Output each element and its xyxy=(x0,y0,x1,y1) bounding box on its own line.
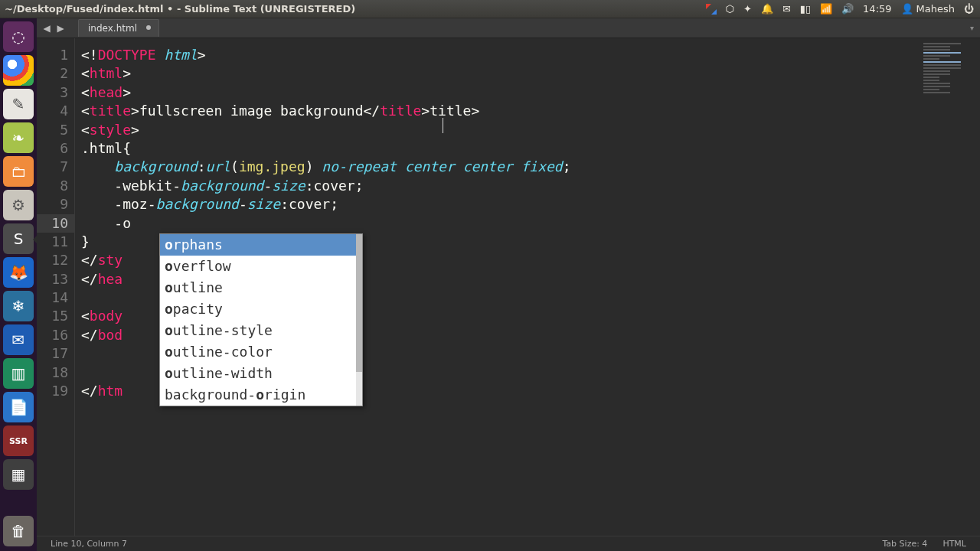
autocomplete-item[interactable]: overflow xyxy=(160,256,362,277)
tray-color-icon[interactable] xyxy=(706,4,717,15)
launcher-dash[interactable]: ◌ xyxy=(3,21,34,52)
launcher-writer[interactable]: 📄 xyxy=(3,392,34,422)
line-gutter: 12345678910111213141516171819 xyxy=(37,38,75,536)
tab-dirty-indicator xyxy=(146,25,151,30)
autocomplete-item[interactable]: orphans xyxy=(160,234,362,256)
status-syntax[interactable]: HTML xyxy=(935,539,974,549)
autocomplete-item[interactable]: outline xyxy=(160,277,362,298)
autocomplete-popup[interactable]: orphansoverflowoutlineopacityoutline-sty… xyxy=(159,233,363,406)
launcher-workspaces[interactable]: ▦ xyxy=(3,459,34,490)
editor-toolbar: ◀ ▶ index.html ▾ xyxy=(37,18,980,38)
launcher-thunderbird[interactable]: ✉ xyxy=(3,324,34,355)
launcher-libreoffice[interactable]: ▥ xyxy=(3,358,34,389)
autocomplete-item[interactable]: outline-color xyxy=(160,341,362,363)
tab-label: index.html xyxy=(88,23,137,34)
tray-battery-icon[interactable]: ▮▯ xyxy=(800,3,811,15)
launcher-files[interactable]: 🗀 xyxy=(3,156,34,187)
nav-forward-button[interactable]: ▶ xyxy=(54,21,67,35)
autocomplete-item[interactable]: background-origin xyxy=(160,384,362,406)
autocomplete-item[interactable]: opacity xyxy=(160,298,362,320)
tray-power-icon[interactable]: ⏻ xyxy=(964,3,974,15)
status-cursor-position: Line 10, Column 7 xyxy=(43,539,135,549)
launcher-trash[interactable]: 🗑 xyxy=(3,516,34,546)
nav-back-button[interactable]: ◀ xyxy=(40,21,54,35)
tab-overflow-button[interactable]: ▾ xyxy=(970,24,977,32)
system-tray: ⬡ ✦ 🔔 ✉ ▮▯ 📶 🔊 14:59 👤 Mahesh ⏻ xyxy=(706,3,980,15)
tray-update-icon[interactable]: ✦ xyxy=(743,3,752,15)
tray-volume-icon[interactable]: 🔊 xyxy=(841,3,854,15)
tray-wifi-icon[interactable]: 📶 xyxy=(820,3,832,15)
desktop-menubar: ~/Desktop/Fused/index.html • - Sublime T… xyxy=(0,0,980,18)
launcher-ssr[interactable]: SSR xyxy=(3,425,34,456)
launcher-iceweasel[interactable]: ❄ xyxy=(3,291,34,321)
tab-bar: index.html xyxy=(78,19,159,37)
launcher-firefox[interactable]: 🦊 xyxy=(3,257,34,288)
tray-bell-icon[interactable]: 🔔 xyxy=(761,3,773,15)
tray-clock[interactable]: 14:59 xyxy=(863,3,891,15)
autocomplete-item[interactable]: outline-width xyxy=(160,363,362,384)
tray-mail-icon[interactable]: ✉ xyxy=(782,3,791,15)
launcher-settings[interactable]: ⚙ xyxy=(3,190,34,220)
autocomplete-scroll-thumb[interactable] xyxy=(356,234,362,372)
code-area[interactable]: 12345678910111213141516171819 <!DOCTYPE … xyxy=(37,38,980,536)
sublime-editor: ◀ ▶ index.html ▾ 12345678910111213141516… xyxy=(37,18,980,551)
launcher-chrome[interactable] xyxy=(3,55,34,86)
launcher-sublime[interactable]: S xyxy=(3,223,34,254)
text-cursor xyxy=(443,118,443,133)
launcher-midori[interactable]: ❧ xyxy=(3,122,34,153)
tab-index-html[interactable]: index.html xyxy=(78,19,159,37)
status-bar: Line 10, Column 7 Tab Size: 4 HTML xyxy=(37,536,980,551)
launcher-text-editor[interactable]: ✎ xyxy=(3,89,34,119)
autocomplete-item[interactable]: outline-style xyxy=(160,320,362,341)
minimap[interactable] xyxy=(923,43,977,95)
tray-user[interactable]: 👤 Mahesh xyxy=(901,3,955,15)
status-tab-size[interactable]: Tab Size: 4 xyxy=(874,539,935,549)
unity-launcher: ◌ ✎ ❧ 🗀 ⚙ S 🦊 ❄ ✉ ▥ 📄 SSR ▦ 🗑 xyxy=(0,18,37,551)
tray-dropbox-icon[interactable]: ⬡ xyxy=(726,3,734,15)
window-title: ~/Desktop/Fused/index.html • - Sublime T… xyxy=(0,3,355,15)
